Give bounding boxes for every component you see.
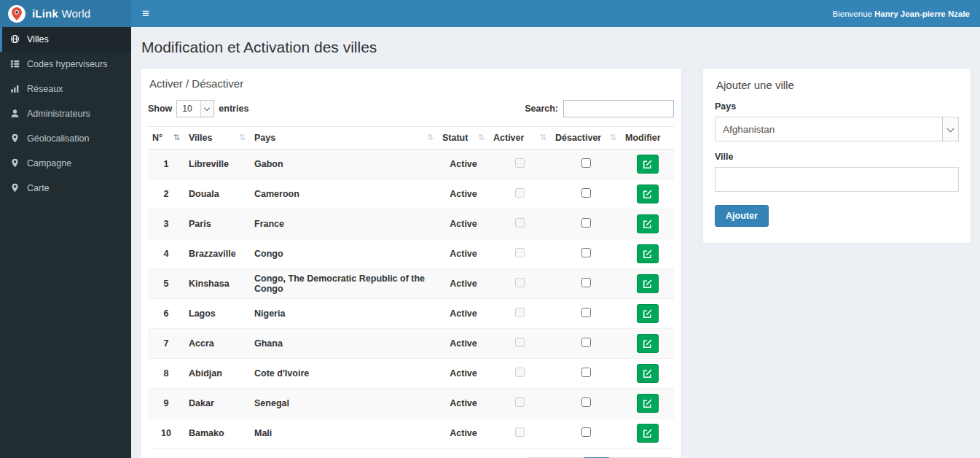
desactiver-checkbox[interactable] [581, 338, 591, 347]
column-header-desactiver[interactable]: Désactiver⇅ [551, 127, 621, 150]
add-city-panel: Ajouter une ville Pays Afghanistan Ville… [702, 68, 971, 244]
sidebar-toggle-icon[interactable]: ≡ [131, 0, 160, 27]
cell-pays: Congo, The Democratic Republic of the Co… [250, 269, 438, 299]
add-panel-title: Ajouter une ville [716, 79, 959, 91]
activer-checkbox [515, 218, 525, 228]
desactiver-checkbox[interactable] [581, 248, 591, 257]
edit-icon [643, 429, 652, 438]
cell-activer [489, 269, 551, 299]
table-row: 3 Paris France Active [148, 209, 674, 239]
sidebar-item-label: Réseaux [27, 84, 63, 94]
cell-desactiver [551, 389, 621, 419]
edit-button[interactable] [637, 334, 659, 353]
cell-ville: Douala [184, 179, 250, 209]
sidebar-item-campagne[interactable]: Campagne [0, 151, 131, 176]
cell-desactiver [551, 150, 621, 179]
cell-statut: Active [438, 359, 489, 389]
desactiver-checkbox[interactable] [581, 158, 591, 168]
sidebar-item-codes-hyperviseurs[interactable]: Codes hyperviseurs [0, 52, 131, 77]
edit-button[interactable] [637, 185, 659, 203]
cities-table: N°⇅ Villes⇅ Pays⇅ Statut⇅ Activer⇅ Désac… [148, 126, 674, 449]
app-root: iLink World ≡ BienvenueHanry Jean-pierre… [0, 0, 980, 458]
edit-button[interactable] [637, 394, 659, 413]
sidebar-item-reseaux[interactable]: Réseaux [0, 77, 131, 101]
edit-button[interactable] [637, 155, 659, 174]
cell-pays: Congo [250, 239, 438, 269]
column-label: N° [152, 133, 162, 143]
cell-activer [489, 150, 551, 179]
cell-statut: Active [438, 269, 489, 299]
table-row: 8 Abidjan Cote d'Ivoire Active [148, 359, 674, 389]
sidebar-item-villes[interactable]: Villes [0, 27, 131, 52]
cell-activer [489, 299, 551, 329]
column-header-pays[interactable]: Pays⇅ [250, 127, 438, 150]
column-header-statut[interactable]: Statut⇅ [438, 127, 489, 150]
country-select[interactable]: Afghanistan [715, 117, 959, 141]
cell-modifier [621, 150, 674, 179]
edit-icon [643, 339, 652, 349]
table-row: 2 Douala Cameroon Active [148, 179, 674, 209]
cell-modifier [621, 269, 674, 299]
sort-icon: ⇅ [427, 133, 434, 142]
edit-button[interactable] [637, 274, 659, 293]
sort-icon: ⇅ [239, 133, 246, 142]
sidebar-item-geolocalisation[interactable]: Géolocalisation [0, 126, 131, 151]
edit-icon [643, 399, 652, 408]
table-controls: Show 10 entries Search: [148, 100, 674, 117]
map-marker-icon [10, 183, 20, 193]
cell-modifier [621, 329, 674, 359]
edit-button[interactable] [637, 304, 659, 323]
column-header-num[interactable]: N°⇅ [148, 127, 184, 150]
desactiver-checkbox[interactable] [581, 278, 591, 287]
desactiver-checkbox[interactable] [581, 218, 591, 228]
search-input[interactable] [563, 100, 674, 117]
desactiver-checkbox[interactable] [581, 308, 591, 317]
city-label: Ville [715, 152, 959, 162]
desactiver-checkbox[interactable] [581, 368, 591, 377]
edit-button[interactable] [637, 214, 659, 233]
sidebar-item-carte[interactable]: Carte [0, 176, 131, 201]
column-header-activer[interactable]: Activer⇅ [489, 127, 551, 150]
add-city-button[interactable]: Ajouter [715, 205, 769, 227]
cell-ville: Libreville [184, 150, 250, 179]
brand-link[interactable]: iLink World [0, 0, 131, 27]
sidebar-item-label: Villes [27, 34, 49, 44]
entries-label: entries [219, 104, 248, 114]
desactiver-checkbox[interactable] [581, 397, 591, 407]
cell-statut: Active [438, 209, 489, 239]
column-label: Pays [254, 133, 275, 143]
edit-button[interactable] [637, 364, 659, 383]
desactiver-checkbox[interactable] [581, 188, 591, 198]
desactiver-checkbox[interactable] [581, 427, 591, 437]
cell-activer [489, 209, 551, 239]
cell-pays: Cameroon [250, 179, 438, 209]
cell-modifier [621, 359, 674, 389]
cell-pays: Nigeria [250, 299, 438, 329]
cell-num: 7 [148, 329, 184, 359]
cell-num: 6 [148, 299, 184, 329]
edit-button[interactable] [637, 424, 659, 443]
table-row: 1 Libreville Gabon Active [148, 150, 674, 179]
app-logo-icon [7, 4, 26, 23]
activer-checkbox [515, 427, 525, 437]
cell-num: 4 [148, 239, 184, 269]
welcome-text: BienvenueHanry Jean-pierre Nzale [833, 9, 980, 18]
column-label: Désactiver [555, 133, 601, 143]
welcome-prefix: Bienvenue [833, 9, 872, 18]
city-input[interactable] [715, 167, 959, 192]
cell-activer [489, 359, 551, 389]
country-label: Pays [715, 101, 959, 112]
column-header-villes[interactable]: Villes⇅ [184, 127, 250, 150]
map-marker-icon [10, 133, 20, 144]
cell-ville: Dakar [184, 389, 250, 419]
cell-activer [489, 329, 551, 359]
page-length-select[interactable]: 10 [176, 100, 214, 117]
page-title: Modification et Activation des villes [141, 39, 971, 56]
edit-button[interactable] [637, 244, 659, 263]
table-header-row: N°⇅ Villes⇅ Pays⇅ Statut⇅ Activer⇅ Désac… [148, 127, 674, 150]
sidebar-item-administrateurs[interactable]: Administrateurs [0, 101, 131, 126]
activer-checkbox [515, 368, 525, 377]
column-label: Statut [442, 133, 468, 143]
sidebar: Villes Codes hyperviseurs Réseaux Admini… [0, 27, 131, 458]
list-icon [10, 59, 20, 69]
